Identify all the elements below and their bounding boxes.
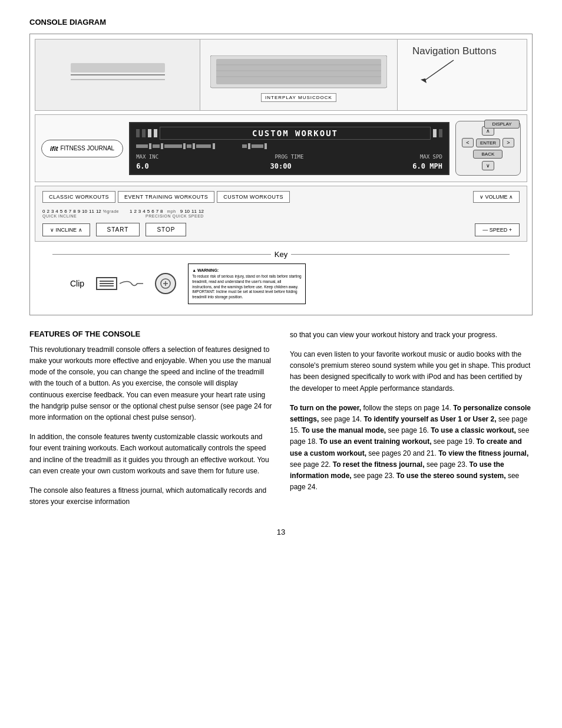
svg-rect-17 [193, 143, 195, 149]
features-para-right-3: To turn on the power, follow the steps o… [290, 403, 533, 493]
nav-enter-btn[interactable]: ENTER [476, 139, 500, 147]
warning-text: To reduce risk of serious injury, stand … [192, 274, 302, 300]
nav-display-btn[interactable]: DISPLAY [484, 120, 520, 129]
key-section: Key Clip [35, 242, 527, 310]
warning-box: ▲ WARNING: To reduce risk of serious inj… [188, 263, 306, 304]
speed-numbers: 1 2 3 4 5 6 7 8 mph 9 10 11 12 [130, 209, 204, 214]
svg-rect-19 [213, 143, 215, 149]
quick-incline-section: 0 2 3 4 5 6 7 8 9 10 11 12 %grade Q [42, 209, 119, 218]
stereo-bold: To use the stereo sound system, [396, 472, 506, 480]
features-right-column: so that you can view your workout histor… [290, 330, 533, 516]
display-workout-bar: CUSTOM WORKOUT [136, 127, 442, 140]
ifit-icon: ifit [50, 145, 58, 152]
svg-rect-15 [183, 143, 186, 149]
svg-rect-22 [252, 144, 263, 148]
nav-middle-row: < ENTER > [462, 138, 514, 147]
display-stats-labels: MAX INC PROG TIME MAX SPD [136, 154, 442, 160]
svg-rect-20 [242, 144, 247, 148]
stat-val-2: 30:00 [270, 162, 292, 170]
nav-back-row: BACK [473, 150, 503, 159]
features-para-right-1: so that you can view your workout histor… [290, 330, 533, 341]
progress-bars-svg [136, 143, 289, 149]
incline-button[interactable]: ∨ INCLINE ∧ [42, 223, 90, 236]
key-line-right [291, 254, 510, 255]
diagram-bottom-panel: CLASSIC WORKOUTS EVENT TRAINING WORKOUTS… [35, 186, 527, 242]
svg-rect-10 [136, 144, 148, 148]
console-diagram-box: INTERPLAY MUSICDOCK Navigation Buttons i… [29, 34, 533, 315]
display-workout-title: CUSTOM WORKOUT [160, 127, 431, 140]
speed-button[interactable]: — SPEED + [475, 223, 520, 236]
power-on-bold: To turn on the power, [290, 404, 361, 412]
stat-label-3: MAX SPD [420, 154, 442, 160]
bar-seg-1 [136, 129, 140, 137]
svg-rect-23 [265, 143, 267, 149]
nav-control-panel: ∧ < ENTER > DISPLAY BACK ∨ [455, 121, 521, 176]
stat-val-3: 6.0 MPH [412, 162, 442, 170]
svg-rect-12 [153, 144, 160, 148]
features-para-right-2: You can even listen to your favorite wor… [290, 349, 533, 394]
fitness-journal-button[interactable]: ifit FITNESS JOURNAL [41, 140, 123, 157]
nav-buttons-label: Navigation Buttons [412, 45, 497, 57]
nav-left-btn[interactable]: < [462, 138, 474, 147]
key-line-left [52, 254, 271, 255]
manual-mode-bold: To use the manual mode, [302, 426, 386, 434]
bar-seg-2 [142, 129, 146, 137]
nav-back-btn[interactable]: BACK [473, 150, 503, 159]
features-heading: FEATURES OF THE CONSOLE [29, 330, 272, 338]
svg-rect-16 [187, 144, 191, 148]
control-buttons-row: ∨ INCLINE ∧ START STOP — SPEED + [42, 223, 520, 236]
diagram-middle-panel: ifit FITNESS JOURNAL CUSTOM WORKOUT [35, 114, 527, 182]
nav-down-btn[interactable]: ∨ [482, 161, 494, 170]
event-training-bold: To use an event training workout, [319, 437, 431, 446]
nav-right-btn[interactable]: > [503, 138, 514, 147]
volume-control[interactable]: ∨ VOLUME ∧ [473, 191, 520, 203]
tab-classic-workouts[interactable]: CLASSIC WORKOUTS [42, 191, 115, 203]
display-stats-values: 6.0 30:00 6.0 MPH [136, 162, 442, 170]
clip-graphic [96, 277, 143, 290]
svg-rect-14 [164, 144, 182, 148]
features-para-3: The console also features a fitness jour… [29, 485, 272, 508]
svg-rect-18 [196, 144, 211, 148]
page-number: 13 [29, 528, 533, 536]
key-label-row: Key [52, 250, 510, 259]
start-button[interactable]: START [96, 223, 140, 236]
nav-arrow-graphic [412, 57, 459, 87]
features-section: FEATURES OF THE CONSOLE This revolutiona… [29, 330, 533, 516]
tab-event-training[interactable]: EVENT TRAINING WORKOUTS [118, 191, 214, 203]
clip-rect [96, 277, 117, 290]
page-container: CONSOLE DIAGRAM [0, 0, 562, 554]
stop-button[interactable]: STOP [146, 223, 186, 236]
precision-quick-speed-label: PRECISION QUICK SPEED [130, 214, 204, 218]
diagram-top-panel: INTERPLAY MUSICDOCK Navigation Buttons [35, 39, 527, 111]
progress-bars-row [136, 143, 442, 149]
tab-custom-workouts[interactable]: CUSTOM WORKOUTS [217, 191, 290, 203]
fitness-journal-label: FITNESS JOURNAL [60, 145, 114, 151]
clip-line-1 [100, 281, 114, 282]
incline-speed-row: 0 2 3 4 5 6 7 8 9 10 11 12 %grade Q [42, 209, 520, 218]
reset-journal-bold: To reset the fitness journal, [333, 460, 425, 469]
svg-marker-9 [421, 78, 427, 83]
svg-rect-13 [161, 143, 163, 149]
console-diagram-heading: CONSOLE DIAGRAM [29, 18, 533, 27]
diagram-top-left [35, 39, 200, 110]
top-screen-graphic [210, 55, 387, 91]
cord-graphic [120, 278, 143, 289]
diagram-top-right: Navigation Buttons [397, 39, 527, 110]
magnet-icon [160, 278, 171, 289]
clip-line-3 [100, 285, 114, 286]
clip-line-2 [100, 283, 114, 284]
key-content-row: Clip [52, 263, 510, 304]
svg-line-8 [424, 60, 454, 81]
bar-seg-4 [154, 129, 157, 137]
features-left-column: FEATURES OF THE CONSOLE This revolutiona… [29, 330, 272, 516]
bar-seg-5 [433, 129, 437, 137]
warning-title: ▲ WARNING: [192, 268, 302, 273]
magnet-graphic [155, 273, 176, 294]
display-panel: CUSTOM WORKOUT [129, 122, 449, 175]
svg-rect-21 [248, 143, 250, 149]
fitness-journal-bold: To view the fitness journal, [438, 449, 528, 457]
user-id-bold: To identify yourself as User 1 or User 2… [363, 415, 496, 423]
diagram-top-center: INTERPLAY MUSICDOCK [200, 39, 397, 110]
speed-section: 1 2 3 4 5 6 7 8 mph 9 10 11 12 PREC [130, 209, 204, 218]
interplay-label: INTERPLAY MUSICDOCK [261, 93, 336, 102]
